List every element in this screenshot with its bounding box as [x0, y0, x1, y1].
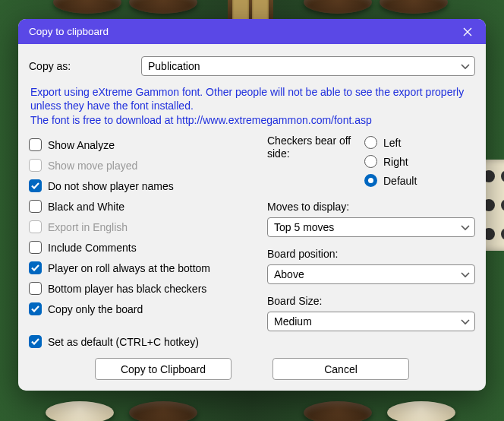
show-move-played-label: Show move played — [48, 160, 137, 172]
moves-to-display-value: Top 5 moves — [274, 221, 334, 233]
bottom-player-black-label: Bottom player has black checkers — [48, 283, 206, 295]
show-move-played-checkbox: Show move played — [29, 155, 257, 176]
bottom-player-black-checkbox[interactable]: Bottom player has black checkers — [29, 278, 257, 299]
chevron-down-icon — [461, 315, 470, 328]
show-analyze-checkbox[interactable]: Show Analyze — [29, 135, 257, 155]
close-icon — [463, 27, 472, 36]
board-position-label: Board position: — [267, 248, 475, 260]
black-and-white-checkbox[interactable]: Black and White — [29, 196, 257, 217]
bearoff-label: Checkers bear off side: — [267, 135, 357, 188]
bearoff-right-radio[interactable]: Right — [364, 154, 417, 169]
checker-piece — [129, 401, 197, 421]
font-download-link[interactable]: http://www.extremegammon.com/font.asp — [176, 114, 372, 126]
bearoff-left-radio[interactable]: Left — [364, 135, 417, 150]
player-on-roll-bottom-label: Player on roll always at the bottom — [48, 262, 210, 274]
copy-only-board-label: Copy only the board — [48, 303, 143, 315]
info-line-1: Export using eXtreme Gammon font. Other … — [30, 85, 474, 113]
checker-piece — [304, 401, 372, 421]
copy-as-select[interactable]: Publication — [141, 56, 475, 76]
moves-to-display-select[interactable]: Top 5 moves — [267, 217, 475, 237]
black-and-white-label: Black and White — [48, 201, 124, 213]
include-comments-label: Include Comments — [48, 242, 137, 254]
export-in-english-label: Export in English — [48, 221, 128, 233]
moves-to-display-label: Moves to display: — [267, 201, 475, 213]
checker-piece — [304, 0, 372, 14]
show-analyze-label: Show Analyze — [48, 139, 115, 151]
copy-as-label: Copy as: — [29, 60, 141, 72]
player-on-roll-bottom-checkbox[interactable]: Player on roll always at the bottom — [29, 258, 257, 278]
checker-piece — [46, 401, 114, 421]
set-as-default-label: Set as default (CTRL+C hotkey) — [48, 336, 199, 348]
bearoff-default-radio[interactable]: Default — [364, 173, 417, 188]
copy-only-board-checkbox[interactable]: Copy only the board — [29, 299, 257, 319]
options-left-column: Show Analyze Show move played Do not sho… — [29, 135, 257, 352]
chevron-down-icon — [461, 60, 470, 72]
options-right-column: Checkers bear off side: Left Right Defau… — [267, 135, 475, 352]
copy-as-value: Publication — [148, 60, 200, 72]
checker-piece — [129, 0, 197, 14]
info-text: Export using eXtreme Gammon font. Other … — [30, 85, 474, 127]
copy-to-clipboard-dialog: Copy to clipboard Copy as: Publication E… — [18, 19, 486, 391]
chevron-down-icon — [461, 221, 470, 233]
board-size-select[interactable]: Medium — [267, 312, 475, 331]
bearoff-left-label: Left — [383, 137, 401, 149]
checker-piece — [53, 0, 121, 14]
chevron-down-icon — [461, 268, 470, 280]
board-position-value: Above — [274, 268, 304, 280]
cancel-button[interactable]: Cancel — [272, 358, 409, 380]
bearoff-default-label: Default — [383, 175, 417, 187]
titlebar: Copy to clipboard — [18, 19, 486, 44]
copy-to-clipboard-button[interactable]: Copy to Clipboard — [95, 358, 232, 380]
checker-piece — [380, 0, 448, 14]
info-line-2-prefix: The font is free to download at — [30, 114, 176, 126]
set-as-default-checkbox[interactable]: Set as default (CTRL+C hotkey) — [29, 331, 257, 352]
hide-player-names-label: Do not show player names — [48, 180, 174, 192]
board-size-label: Board Size: — [267, 295, 475, 307]
checker-piece — [387, 401, 455, 421]
hide-player-names-checkbox[interactable]: Do not show player names — [29, 176, 257, 196]
dialog-title: Copy to clipboard — [29, 26, 109, 37]
close-button[interactable] — [457, 24, 478, 40]
bearoff-right-label: Right — [383, 156, 408, 168]
export-in-english-checkbox: Export in English — [29, 217, 257, 237]
board-size-value: Medium — [274, 315, 312, 328]
include-comments-checkbox[interactable]: Include Comments — [29, 237, 257, 258]
board-position-select[interactable]: Above — [267, 264, 475, 284]
